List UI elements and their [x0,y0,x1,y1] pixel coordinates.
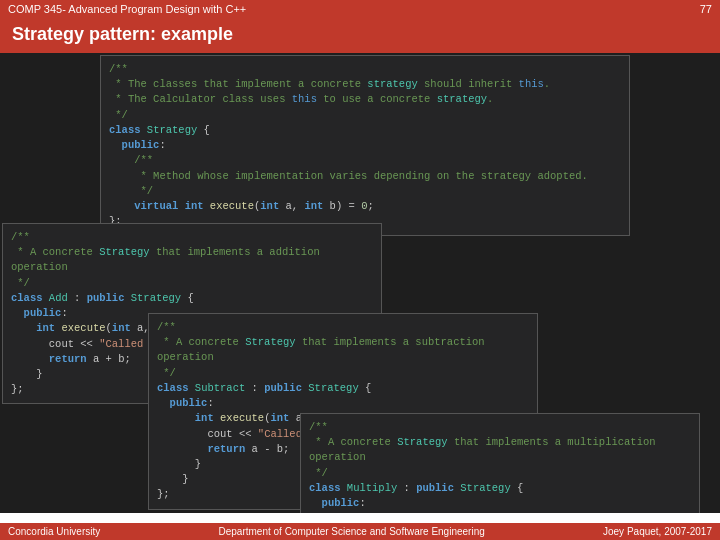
footer-left: Concordia University [8,526,100,537]
page-number: 77 [700,3,712,15]
multiply-class-block: /** * A concrete Strategy that implement… [300,413,700,513]
code-area: /** * The classes that implement a concr… [0,53,720,513]
footer-right: Joey Paquet, 2007-2017 [603,526,712,537]
slide-title: Strategy pattern: example [0,18,720,53]
header-bar: COMP 345- Advanced Program Design with C… [0,0,720,18]
footer: Concordia University Department of Compu… [0,523,720,540]
title-text: Strategy pattern: example [12,24,233,44]
strategy-class-block: /** * The classes that implement a concr… [100,55,630,236]
footer-center: Department of Computer Science and Softw… [219,526,485,537]
course-title: COMP 345- Advanced Program Design with C… [8,3,246,15]
